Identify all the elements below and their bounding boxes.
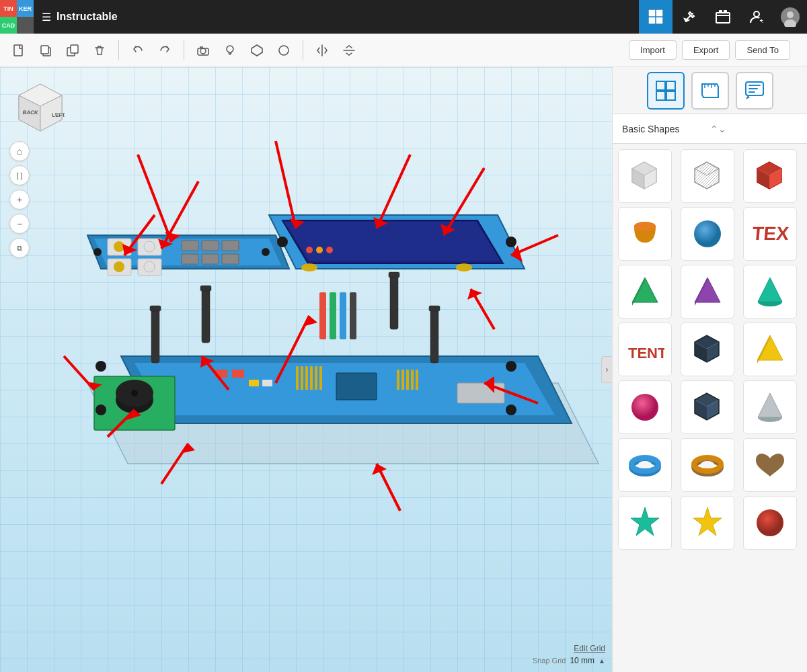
tools-btn[interactable] — [672, 0, 706, 34]
scene-svg: {/* pins */} — [27, 101, 605, 659]
shape-star-yellow[interactable] — [681, 496, 734, 550]
logo-t: TIN — [0, 0, 17, 17]
snap-grid-label: Snap Grid — [533, 657, 566, 665]
import-btn[interactable]: Import — [629, 40, 677, 60]
shape-sphere-red[interactable] — [743, 496, 797, 550]
svg-point-163 — [631, 394, 658, 421]
polygon-btn[interactable] — [245, 38, 269, 62]
svg-rect-97 — [330, 292, 336, 339]
delete-btn[interactable] — [87, 38, 112, 62]
logo-k — [17, 17, 34, 34]
shapes-panel-btn[interactable] — [647, 72, 685, 110]
new-btn[interactable] — [7, 38, 31, 62]
account-btn[interactable]: + — [740, 0, 773, 34]
flip-btn[interactable] — [337, 38, 361, 62]
topbar: TIN KER CAD ☰ Instructable — [0, 0, 807, 34]
collapse-handle[interactable]: › — [601, 356, 612, 383]
shape-box-red[interactable] — [743, 149, 797, 203]
copy-btn[interactable] — [34, 38, 58, 62]
shape-pyramid-purple[interactable] — [681, 265, 734, 319]
shape-box-navy[interactable] — [681, 380, 734, 434]
svg-point-18 — [200, 48, 206, 54]
shape-star-teal[interactable] — [618, 496, 672, 550]
chat-panel-btn[interactable] — [736, 72, 773, 110]
shape-sphere-magenta[interactable] — [618, 380, 672, 434]
shape-donut-brown[interactable] — [681, 438, 734, 492]
shape-box-hole[interactable] — [681, 149, 734, 203]
svg-point-73 — [144, 241, 155, 252]
circle-btn[interactable] — [272, 38, 296, 62]
svg-rect-5 — [719, 10, 722, 13]
svg-point-175 — [701, 461, 714, 468]
svg-marker-127 — [372, 464, 387, 475]
svg-rect-51 — [401, 370, 404, 390]
svg-point-38 — [131, 390, 138, 396]
svg-rect-65 — [200, 286, 211, 291]
grid-view-btn[interactable] — [639, 0, 672, 34]
bulb-btn[interactable] — [218, 38, 242, 62]
svg-text:TEXT: TEXT — [751, 223, 790, 244]
shape-text3d[interactable]: TEXT — [743, 207, 797, 261]
shape-cone-grey[interactable] — [743, 380, 797, 434]
panel-top-icons — [613, 67, 807, 114]
svg-point-77 — [144, 261, 155, 272]
shape-box-solid[interactable] — [618, 149, 672, 203]
svg-marker-152 — [695, 278, 720, 302]
shape-pyramid-green[interactable] — [618, 265, 672, 319]
shape-pyramid-yellow[interactable] — [743, 323, 797, 376]
mirror-btn[interactable] — [310, 38, 334, 62]
svg-rect-55 — [457, 383, 504, 403]
projects-btn[interactable] — [706, 0, 740, 34]
redo-btn[interactable] — [153, 38, 177, 62]
svg-rect-83 — [222, 254, 239, 264]
svg-marker-150 — [632, 278, 658, 302]
duplicate-btn[interactable] — [61, 38, 85, 62]
svg-point-178 — [757, 509, 783, 536]
camera-btn[interactable] — [191, 38, 215, 62]
ruler-panel-btn[interactable] — [691, 72, 729, 110]
logo-i: KER — [17, 0, 34, 17]
shapes-grid: TEXT TENT — [613, 144, 807, 672]
separator1 — [118, 40, 119, 60]
svg-point-89 — [306, 247, 313, 253]
snap-grid-arrow[interactable]: ▲ — [599, 657, 605, 665]
svg-rect-99 — [350, 292, 356, 339]
shape-cone-teal[interactable] — [743, 265, 797, 319]
avatar-btn[interactable] — [773, 0, 807, 34]
svg-marker-155 — [758, 278, 782, 302]
svg-point-56 — [95, 361, 106, 372]
shape-sphere[interactable] — [681, 207, 734, 261]
shape-tent-red[interactable]: TENT — [618, 323, 672, 376]
svg-point-95 — [456, 263, 472, 271]
send-to-btn[interactable]: Send To — [735, 40, 790, 60]
snap-grid-value[interactable]: 10 mm — [570, 656, 594, 665]
svg-rect-15 — [41, 46, 48, 54]
shape-cylinder[interactable] — [618, 207, 672, 261]
shape-heart[interactable] — [743, 438, 797, 492]
category-label: Basic Shapes — [622, 124, 710, 134]
svg-rect-98 — [340, 292, 346, 339]
svg-rect-46 — [305, 366, 308, 390]
toolbar — [0, 34, 612, 67]
svg-rect-45 — [301, 366, 303, 390]
shape-torus[interactable] — [618, 438, 672, 492]
undo-btn[interactable] — [126, 38, 150, 62]
svg-marker-176 — [631, 507, 659, 536]
shape-box-dark-blue[interactable] — [681, 323, 734, 376]
arrow-5 — [511, 235, 558, 262]
menu-icon[interactable]: ☰ — [42, 11, 51, 24]
svg-rect-96 — [319, 292, 326, 339]
svg-marker-169 — [758, 393, 782, 417]
shape-category-dropdown[interactable]: Basic Shapes ⌃⌄ — [613, 114, 807, 144]
svg-rect-78 — [182, 241, 198, 251]
logo: TIN KER CAD — [0, 0, 34, 34]
svg-rect-6 — [724, 10, 727, 13]
svg-point-93 — [506, 237, 516, 247]
svg-rect-41 — [249, 380, 259, 386]
edit-grid-label[interactable]: Edit Grid — [533, 644, 605, 653]
viewport[interactable]: BACK LEFT ⌂ [ ] + − ⧉ — [0, 67, 612, 672]
export-btn[interactable]: Export — [682, 40, 730, 60]
svg-rect-40 — [232, 370, 244, 378]
svg-rect-0 — [649, 10, 655, 16]
svg-point-58 — [506, 361, 516, 372]
